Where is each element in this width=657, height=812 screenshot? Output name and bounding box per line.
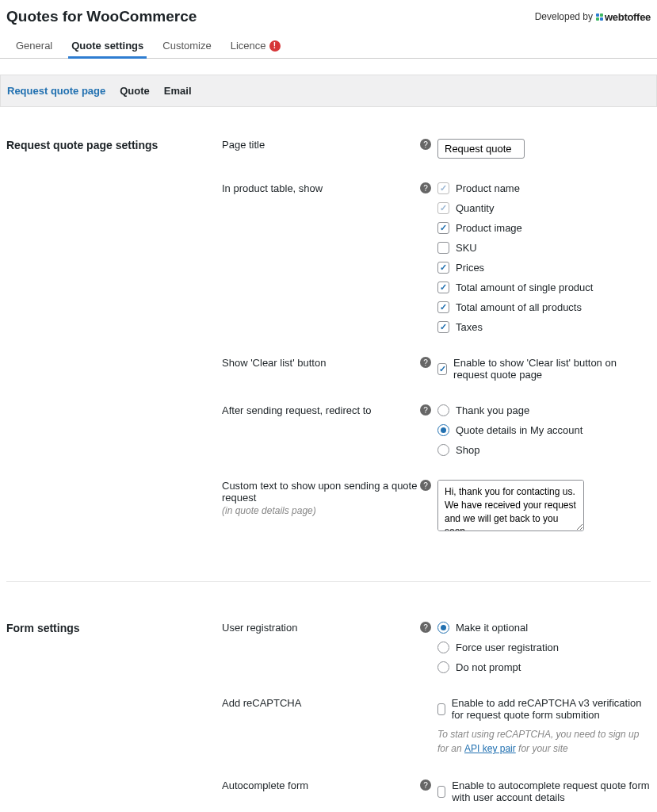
help-icon[interactable]: ?	[420, 622, 431, 633]
help-icon[interactable]: ?	[420, 182, 431, 193]
tab-general[interactable]: General	[6, 33, 62, 58]
option-label: Quantity	[456, 202, 494, 214]
option-label: Force user registration	[456, 642, 559, 653]
option-label: Thank you page	[456, 404, 529, 416]
tab-licence[interactable]: Licence!	[221, 33, 290, 58]
tab-customize[interactable]: Customize	[153, 33, 220, 58]
option-label: SKU	[456, 242, 477, 254]
developed-by: Developed by webtoffee	[535, 11, 651, 23]
product-table-option[interactable]: Total amount of all products	[437, 301, 651, 313]
subtab-quote[interactable]: Quote	[120, 75, 150, 106]
checkbox-icon	[437, 301, 449, 313]
help-icon[interactable]: ?	[420, 139, 431, 150]
clear-list-option-text: Enable to show 'Clear list' button on re…	[453, 357, 651, 381]
help-icon[interactable]: ?	[420, 357, 431, 368]
option-label: Make it optional	[456, 622, 528, 634]
clear-list-label: Show 'Clear list' button	[222, 357, 420, 369]
brand-text: webtoffee	[605, 11, 651, 23]
custom-text-textarea[interactable]	[437, 480, 584, 531]
main-tabs: GeneralQuote settingsCustomizeLicence!	[0, 33, 657, 59]
checkbox-icon	[437, 182, 449, 194]
radio-icon	[437, 661, 449, 673]
user-registration-option[interactable]: Make it optional	[437, 622, 651, 634]
page-title-label: Page title	[222, 139, 420, 151]
option-label: Taxes	[456, 321, 483, 333]
section-request-quote-title: Request quote page settings	[6, 139, 222, 557]
subtab-request-quote-page[interactable]: Request quote page	[7, 75, 105, 106]
checkbox-icon	[437, 262, 449, 274]
checkbox-icon	[437, 321, 449, 333]
autocomplete-option-text: Enable to autocomplete request quote for…	[452, 779, 651, 803]
clear-list-checkbox[interactable]: Enable to show 'Clear list' button on re…	[437, 357, 651, 381]
product-table-option[interactable]: SKU	[437, 242, 651, 254]
recaptcha-label: Add reCAPTCHA	[222, 697, 437, 709]
radio-icon	[437, 444, 449, 456]
radio-icon	[437, 404, 449, 416]
redirect-option[interactable]: Thank you page	[437, 404, 651, 416]
product-table-option[interactable]: Taxes	[437, 321, 651, 333]
checkbox-icon	[437, 202, 449, 214]
user-registration-option[interactable]: Force user registration	[437, 642, 651, 653]
option-label: Prices	[456, 262, 484, 274]
product-table-option[interactable]: Product image	[437, 222, 651, 234]
option-label: Product image	[456, 222, 522, 234]
option-label: Quote details in My account	[456, 424, 583, 436]
help-icon[interactable]: ?	[420, 480, 431, 491]
option-label: Shop	[456, 444, 479, 456]
redirect-label: After sending request, redirect to	[222, 404, 420, 416]
option-label: Total amount of single product	[456, 282, 593, 293]
custom-text-sublabel: (in quote details page)	[222, 505, 420, 516]
sub-tabs: Request quote pageQuoteEmail	[0, 75, 657, 107]
tab-quote-settings[interactable]: Quote settings	[62, 33, 153, 58]
checkbox-icon	[437, 242, 449, 254]
product-table-option: Product name	[437, 182, 651, 194]
autocomplete-label: Autocomplete form	[222, 779, 420, 791]
product-table-option: Quantity	[437, 202, 651, 214]
product-table-option[interactable]: Total amount of single product	[437, 282, 651, 293]
user-registration-option[interactable]: Do not prompt	[437, 661, 651, 673]
custom-text-label: Custom text to show upon sending a quote…	[222, 480, 420, 504]
product-table-option[interactable]: Prices	[437, 262, 651, 274]
recaptcha-hint: To start using reCAPTCHA, you need to si…	[437, 727, 651, 756]
help-icon[interactable]: ?	[420, 779, 431, 791]
alert-icon: !	[269, 40, 281, 52]
webtoffee-logo: webtoffee	[596, 11, 651, 23]
option-label: Product name	[456, 182, 520, 194]
page-title-input[interactable]	[437, 139, 525, 159]
api-key-pair-link[interactable]: API key pair	[464, 743, 516, 754]
help-icon[interactable]: ?	[420, 404, 431, 416]
section-divider	[6, 581, 651, 582]
radio-icon	[437, 642, 449, 653]
redirect-option[interactable]: Shop	[437, 444, 651, 456]
recaptcha-checkbox[interactable]: Enable to add reCAPTCHA v3 verification …	[437, 697, 651, 721]
subtab-email[interactable]: Email	[164, 75, 192, 106]
recaptcha-option-text: Enable to add reCAPTCHA v3 verification …	[452, 697, 651, 721]
option-label: Do not prompt	[456, 661, 521, 673]
autocomplete-checkbox[interactable]: Enable to autocomplete request quote for…	[437, 779, 651, 803]
redirect-option[interactable]: Quote details in My account	[437, 424, 651, 436]
developed-by-text: Developed by	[535, 11, 593, 22]
radio-icon	[437, 622, 449, 634]
radio-icon	[437, 424, 449, 436]
section-form-settings-title: Form settings	[6, 622, 222, 812]
page-title: Quotes for WooCommerce	[6, 8, 197, 25]
checkbox-icon	[437, 282, 449, 293]
user-registration-label: User registration	[222, 622, 420, 634]
checkbox-icon	[437, 222, 449, 234]
option-label: Total amount of all products	[456, 301, 582, 313]
product-table-label: In product table, show	[222, 182, 420, 194]
